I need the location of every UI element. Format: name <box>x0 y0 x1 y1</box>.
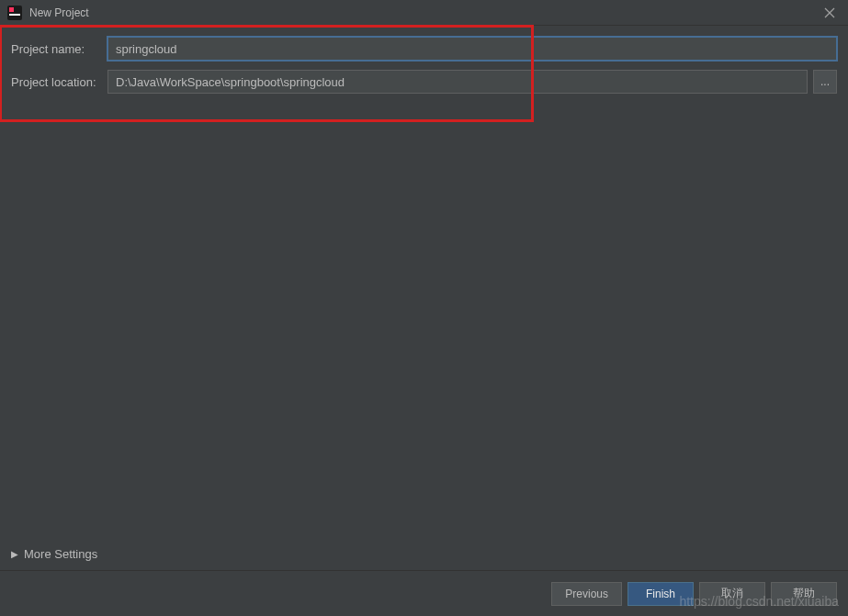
help-button[interactable]: 帮助 <box>771 582 837 606</box>
project-location-input[interactable] <box>107 70 808 94</box>
more-settings-toggle[interactable]: ▶ More Settings <box>11 547 97 561</box>
previous-button[interactable]: Previous <box>551 582 622 606</box>
project-location-row: Project location: ... <box>11 70 837 94</box>
more-settings-label: More Settings <box>24 547 97 561</box>
button-bar: Previous Finish 取消 帮助 <box>0 570 848 616</box>
project-name-row: Project name: <box>11 37 837 61</box>
finish-button[interactable]: Finish <box>628 582 694 606</box>
browse-button[interactable]: ... <box>813 70 837 94</box>
window-title: New Project <box>29 6 89 19</box>
project-location-label: Project location: <box>11 75 107 89</box>
app-icon <box>7 6 22 20</box>
titlebar: New Project <box>0 0 848 26</box>
project-name-label: Project name: <box>11 42 107 56</box>
dialog-content: Project name: Project location: ... ▶ Mo… <box>0 26 848 616</box>
close-button[interactable] <box>820 4 839 22</box>
expand-icon: ▶ <box>11 549 18 559</box>
project-name-input[interactable] <box>107 37 837 61</box>
cancel-button[interactable]: 取消 <box>699 582 765 606</box>
svg-rect-2 <box>9 14 20 16</box>
svg-rect-1 <box>9 7 14 12</box>
